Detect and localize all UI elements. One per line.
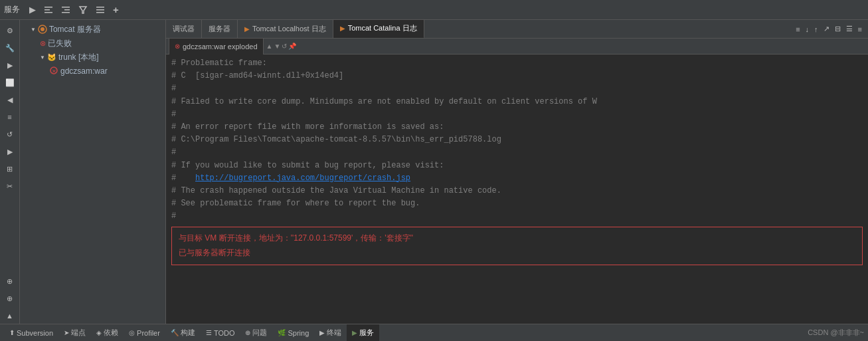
bottom-tab-problems-label: 问题 [252,328,267,338]
left-sidebar: ⚙ 🔧 ▶ ⬜ ◀ ≡ ↺ ▶ ⊞ ✂ ⊕ ⊕ ▲ [0,20,20,324]
svg-marker-6 [80,7,86,13]
error-line-1: 与目标 VM 断开连接，地址为：''127.0.0.1:57599'，传输：'套… [179,231,855,246]
tree-item-trunk[interactable]: ▼ 🐱 trunk [本地] [20,51,165,64]
indent-button[interactable] [41,4,56,16]
svg-rect-7 [96,7,104,8]
log-line-8: # [171,146,863,159]
svg-rect-2 [44,12,52,13]
log-line-10: # http://bugreport.java.com/bugreport/cr… [171,172,863,185]
trunk-icon: 🐱 [47,53,56,62]
sidebar-action-9[interactable]: ⊞ [2,161,18,177]
error-box: 与目标 VM 断开连接，地址为：''127.0.0.1:57599'，传输：'套… [171,227,863,265]
bottom-right-label: CSDN @非非非~ [808,328,864,336]
tab-tomcat-catalina[interactable]: ▶ Tomcat Catalina 日志 [333,20,424,39]
problems-icon: ⊕ [245,329,250,336]
tab-debugger[interactable]: 调试器 [166,20,202,39]
tree-item-war[interactable]: ✕ gdczsam:war [20,64,165,78]
deployment-tab[interactable]: ⊗ gdczsam:war exploded [169,39,264,55]
sub-tab-bar: ⊗ gdczsam:war exploded ▲ ▼ ↺ 📌 [166,39,868,55]
todo-icon: ☰ [206,329,212,336]
sidebar-action-8[interactable]: ▶ [2,144,18,160]
log-content[interactable]: # Problematic frame: # C [sigar-amd64-wi… [166,55,868,324]
tree-item-tomcat[interactable]: ▼ Tomcat 服务器 [20,23,165,37]
log-line-2: # C [sigar-amd64-winnt.dll+0x14ed4] [171,70,863,82]
server-panel: ▼ Tomcat 服务器 ⊗ 已失败 ▼ 🐱 trunk [本地] [20,20,166,324]
bottom-tab-subversion[interactable]: ⬆ Subversion [4,324,58,342]
sidebar-action-3[interactable]: ▶ [2,57,18,73]
log-line-5: # [171,108,863,121]
sidebar-action-7[interactable]: ↺ [2,126,18,142]
bottom-tab-todo[interactable]: ☰ TODO [201,324,240,342]
bottom-tab-spring[interactable]: 🌿 Spring [272,324,314,342]
bottom-tab-profiler-label: Profiler [137,329,160,337]
log-line-13: # [171,210,863,223]
tab-toolbar-btn-5[interactable]: ⊟ [833,23,843,35]
tab-toolbar-btn-3[interactable]: ↑ [812,24,820,35]
sidebar-action-6[interactable]: ≡ [2,109,18,125]
bottom-tab-dependencies[interactable]: ◈ 依赖 [91,324,124,342]
tomcat-localhost-tab-icon: ▶ [244,25,250,33]
tab-server[interactable]: 服务器 [202,20,238,39]
panel-title: 服务 [4,4,20,15]
build-icon: 🔨 [171,329,179,336]
bottom-tab-terminal[interactable]: ➤ 端点 [58,324,91,342]
bottom-tab-terminal2-label: 终端 [327,328,341,338]
sidebar-action-2[interactable]: 🔧 [2,40,18,56]
deployment-tab-icon: ⊗ [175,43,180,50]
sidebar-expand[interactable]: ▲ [2,308,18,324]
tab-toolbar-btn-1[interactable]: ≡ [794,24,802,35]
bottom-tab-build[interactable]: 🔨 构建 [165,324,201,342]
merge-button[interactable] [93,4,108,16]
tab-toolbar-btn-6[interactable]: ☰ [844,23,855,35]
tree-label-trunk: trunk [本地] [58,52,99,63]
outdent-button[interactable] [58,4,73,16]
sidebar-action-10[interactable]: ✂ [2,178,18,194]
tab-tomcat-localhost-label: Tomcat Localhost 日志 [252,24,326,34]
deployment-tab-label: gdczsam:war exploded [183,43,258,51]
tomcat-catalina-tab-icon: ▶ [340,25,345,32]
scroll-down-btn[interactable]: ▼ [274,43,280,50]
tab-toolbar-btn-7[interactable]: ≡ [856,24,864,35]
terminal-icon: ➤ [64,329,69,336]
toolbar-left: 服务 ▶ + [4,3,122,17]
log-line-6: # An error report file with more informa… [171,121,863,134]
sub-tab-scroll: ▲ ▼ ↺ 📌 [266,43,297,50]
tab-bar: 调试器 服务器 ▶ Tomcat Localhost 日志 ▶ Tomcat C… [166,20,868,39]
log-line-9: # If you would like to submit a bug repo… [171,160,863,172]
add-button[interactable]: + [110,3,122,17]
bottom-tab-problems[interactable]: ⊕ 问题 [240,324,272,342]
tree-item-failed[interactable]: ⊗ 已失败 [20,37,165,51]
error-line-2: 已与服务器断开连接 [179,246,855,261]
sidebar-action-4[interactable]: ⬜ [2,74,18,90]
sidebar-action-12[interactable]: ⊕ [2,290,18,306]
tab-tomcat-catalina-label: Tomcat Catalina 日志 [348,23,417,33]
play-button[interactable]: ▶ [27,3,39,16]
log-line-12: # See problematic frame for where to rep… [171,197,863,210]
sidebar-action-5[interactable]: ◀ [2,92,18,108]
bottom-tab-subversion-label: Subversion [17,329,53,337]
tab-toolbar-btn-4[interactable]: ↗ [822,23,831,35]
bottom-tab-services[interactable]: ▶ 服务 [347,324,379,342]
bottom-tab-profiler[interactable]: ◎ Profiler [124,324,165,342]
bugreport-link[interactable]: http://bugreport.java.com/bugreport/cras… [195,173,410,183]
spring-icon: 🌿 [278,329,286,336]
sidebar-action-1[interactable]: ⚙ [2,23,18,39]
sync-btn[interactable]: ↺ [282,43,287,50]
filter-button[interactable] [76,4,90,16]
bottom-tab-terminal2[interactable]: ▶ 终端 [314,324,347,342]
svg-rect-8 [96,9,104,11]
tab-tomcat-localhost[interactable]: ▶ Tomcat Localhost 日志 [238,20,333,39]
tab-toolbar-btn-2[interactable]: ↓ [804,24,812,35]
svg-rect-3 [62,7,70,8]
terminal2-icon: ▶ [319,329,325,336]
tree-label-war: gdczsam:war [60,66,108,76]
scroll-up-btn[interactable]: ▲ [266,43,273,50]
bottom-right-text: CSDN @非非非~ [808,328,864,338]
bottom-bar: ⬆ Subversion ➤ 端点 ◈ 依赖 ◎ Profiler 🔨 构建 ☰… [0,324,868,341]
pin-btn[interactable]: 📌 [288,43,296,50]
tree-arrow-trunk: ▼ [40,55,45,60]
log-line-3: # [171,82,863,95]
right-panel: 调试器 服务器 ▶ Tomcat Localhost 日志 ▶ Tomcat C… [166,20,868,324]
sidebar-action-11[interactable]: ⊕ [2,273,18,289]
bottom-tab-terminal-label: 端点 [71,328,86,338]
